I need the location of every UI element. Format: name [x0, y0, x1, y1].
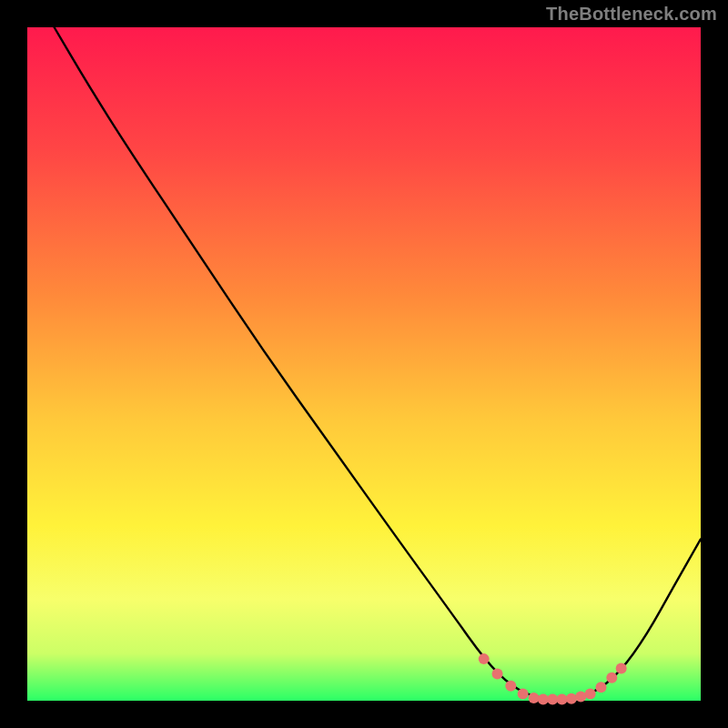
optimal-dot [616, 662, 627, 673]
optimal-dot [606, 672, 617, 683]
plot-background [27, 27, 701, 701]
optimal-dot [547, 694, 558, 705]
optimal-dot [528, 693, 539, 703]
optimal-dot [518, 689, 529, 700]
bottleneck-chart [0, 0, 728, 728]
optimal-dot [566, 693, 577, 704]
optimal-dot [479, 653, 490, 664]
optimal-dot [585, 689, 596, 700]
chart-stage: TheBottleneck.com [0, 0, 728, 728]
watermark-text: TheBottleneck.com [546, 4, 717, 25]
optimal-dot [575, 692, 586, 703]
optimal-dot [557, 694, 568, 705]
optimal-dot [538, 694, 549, 705]
optimal-dot [505, 681, 516, 692]
optimal-dot [492, 668, 503, 679]
optimal-dot [595, 682, 606, 693]
